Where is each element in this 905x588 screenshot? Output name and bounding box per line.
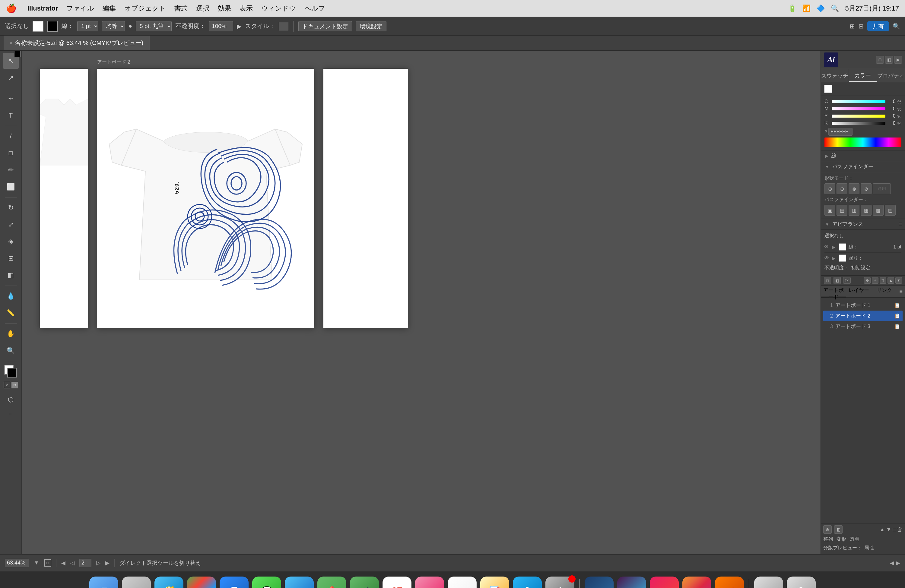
dock-safari[interactable]: 🧭 (154, 577, 183, 588)
tool-scale[interactable]: ⤢ (3, 217, 19, 233)
layer-icon[interactable]: □ (824, 277, 831, 284)
dock-mail[interactable]: ✉ (285, 577, 314, 588)
nav-prev-icon[interactable]: ◁ (70, 559, 75, 566)
dock-messages[interactable]: 💬 (252, 577, 281, 588)
dock-slack[interactable]: # (617, 577, 646, 588)
bottom-icon-1[interactable]: ⊕ (823, 525, 832, 534)
fill-swatch[interactable] (33, 21, 43, 32)
pf-btn-5[interactable]: ▧ (873, 205, 884, 216)
artboard-menu[interactable]: ≡ (897, 285, 905, 297)
nav-next-icon[interactable]: ▷ (96, 559, 100, 566)
artboard-icon-1[interactable]: 📋 (894, 303, 900, 308)
dock-freeform[interactable]: ✏ (448, 577, 476, 588)
panel-toggle[interactable]: ⊟ (859, 23, 864, 30)
dock-files[interactable]: 🗂 (754, 577, 783, 588)
white-swatch[interactable] (824, 85, 832, 93)
env-settings-button[interactable]: 環境設定 (356, 21, 386, 32)
stroke-appear-swatch[interactable] (839, 243, 846, 250)
panel-icon-3[interactable]: ▶ (894, 56, 902, 63)
nav-up-icon[interactable]: ▲ (880, 526, 885, 533)
shape-btn-1[interactable]: ⊕ (824, 183, 835, 194)
tool-rotate[interactable]: ↻ (3, 200, 19, 216)
dock-trash[interactable]: 🗑 (787, 577, 816, 588)
panel-delete-icon[interactable]: 🗑 (880, 277, 886, 284)
fill-eye-icon[interactable]: 👁 (824, 255, 829, 261)
distribute-label[interactable]: 整列 (823, 536, 833, 542)
shape-btn-2[interactable]: ⊖ (837, 183, 847, 194)
tool-eyedropper[interactable]: 💧 (3, 288, 19, 304)
dock-photoshop[interactable]: Ps (584, 577, 614, 588)
tab-swatch[interactable]: スウォッチ (821, 69, 849, 82)
appearance-header[interactable]: ▼ アピアランス ≡ (821, 219, 905, 230)
dock-facetime[interactable]: 📹 (350, 577, 379, 588)
pathfinder-header[interactable]: ▼ パスファインダー (821, 161, 905, 172)
none-icon[interactable]: ⊘ (4, 382, 10, 388)
tool-direct-select[interactable]: ↗ (3, 70, 19, 86)
y-slider[interactable] (832, 114, 885, 117)
dock-instagram[interactable]: 📷 (683, 577, 711, 588)
dock-illustrator[interactable]: Ai (715, 577, 744, 588)
canvas-area[interactable]: アートボード 1 アートボード 2 (22, 51, 821, 554)
pf-btn-1[interactable]: ▣ (824, 205, 835, 216)
stroke-eye-icon[interactable]: 👁 (824, 244, 829, 250)
panel-up-icon[interactable]: ▲ (888, 277, 894, 284)
fx-button[interactable]: fx (843, 277, 851, 284)
tool-line[interactable]: / (3, 128, 19, 144)
color-swatches[interactable] (4, 365, 17, 378)
dock-finder[interactable]: 🖥 (89, 577, 118, 588)
k-slider[interactable] (832, 122, 885, 125)
artboard-item-2[interactable]: 2 アートボード 2 📋 (823, 311, 903, 321)
panel-add-icon[interactable]: + (872, 277, 878, 284)
transparent-label[interactable]: 透明 (850, 536, 859, 542)
tool-pen[interactable]: ✒ (3, 91, 19, 106)
more-tools[interactable]: ··· (9, 411, 13, 416)
screen-icon[interactable]: □ (11, 382, 18, 388)
pf-btn-6[interactable]: ▨ (885, 205, 895, 216)
menu-window[interactable]: ウィンドウ (261, 4, 296, 13)
doc-settings-button[interactable]: ドキュメント設定 (298, 21, 352, 32)
dock-appstore[interactable]: A (513, 577, 542, 588)
artboard-icon-3[interactable]: 📋 (894, 323, 900, 329)
tab-layer[interactable]: レイヤー (846, 285, 872, 297)
statusbar-left-icon[interactable]: ◀ (890, 559, 894, 566)
menu-view[interactable]: 表示 (240, 4, 253, 13)
shape-btn-4[interactable]: ⊘ (861, 183, 872, 194)
dock-chrome[interactable]: ◉ (187, 577, 216, 588)
menu-object[interactable]: オブジェクト (124, 4, 166, 13)
tool-gradient[interactable]: ◧ (3, 268, 19, 283)
dock-zoom[interactable]: Z (220, 577, 249, 588)
search-toolbar-icon[interactable]: 🔍 (892, 23, 900, 30)
panel-icon-1[interactable]: □ (876, 56, 884, 63)
opacity-input[interactable] (209, 21, 233, 32)
tab-link[interactable]: リンク (872, 285, 897, 297)
tool-hand[interactable]: ✋ (3, 326, 19, 342)
menu-edit[interactable]: 編集 (103, 4, 116, 13)
tool-measure[interactable]: 📏 (3, 305, 19, 321)
tab-properties[interactable]: プロパティ (877, 69, 905, 82)
nav-last-icon[interactable]: ▶ (105, 559, 110, 566)
current-tab[interactable]: × 名称未設定-5.ai @ 63.44 % (CMYK/プレビュー) (4, 36, 149, 50)
m-slider[interactable] (832, 107, 885, 110)
fill-appear-swatch[interactable] (839, 255, 846, 262)
nav-page-icon[interactable]: □ (892, 526, 896, 533)
dock-settings[interactable]: ⚙ ! (545, 577, 575, 588)
bottom-icon-2[interactable]: ◧ (834, 525, 843, 534)
dock-launchpad[interactable]: ⊞ (122, 577, 151, 588)
apple-menu[interactable]: 🍎 (6, 3, 17, 13)
stroke-section-header[interactable]: ▶ 線 (821, 151, 905, 161)
search-icon[interactable]: 🔍 (831, 5, 839, 13)
stroke-weight-select[interactable]: 1 pt (77, 21, 98, 32)
attribute-label[interactable]: 属性 (864, 545, 874, 551)
brush-select[interactable]: 5 pt. 丸筆 (136, 21, 171, 32)
stroke-swatch[interactable] (47, 21, 58, 32)
zoom-input[interactable] (5, 559, 29, 567)
nav-first-icon[interactable]: ◀ (61, 559, 65, 566)
tool-paint[interactable]: ⬜ (3, 179, 19, 195)
tool-artboard[interactable]: ⬡ (3, 392, 19, 408)
tab-close-icon[interactable]: × (10, 40, 13, 46)
menu-help[interactable]: ヘルプ (304, 4, 325, 13)
tool-zoom[interactable]: 🔍 (3, 343, 19, 358)
appearance-menu-icon[interactable]: ≡ (899, 221, 902, 227)
tab-color[interactable]: カラー (849, 69, 877, 82)
shape-btn-3[interactable]: ⊗ (849, 183, 859, 194)
